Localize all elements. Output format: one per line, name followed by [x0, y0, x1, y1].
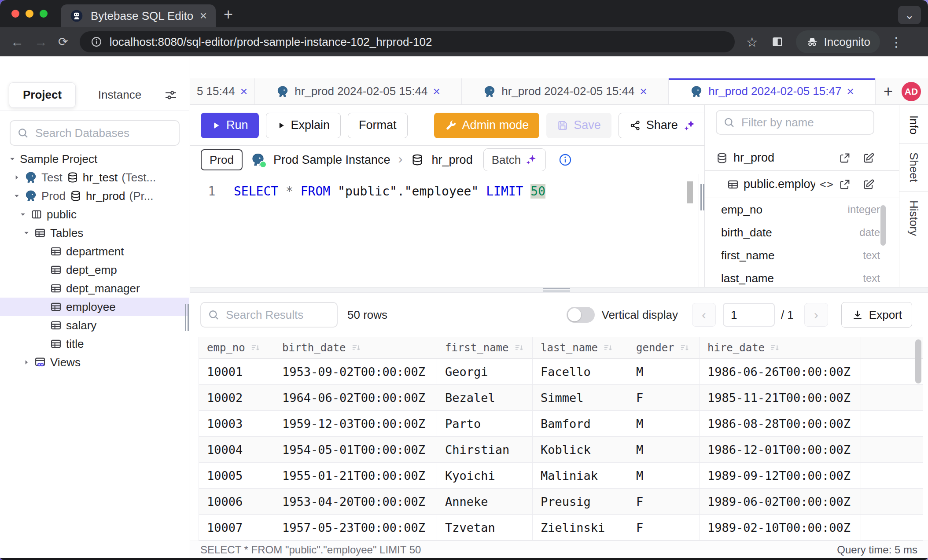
info-circle-icon[interactable] [558, 153, 572, 167]
table-cell[interactable]: 1957-05-23T00:00:00Z [274, 515, 437, 541]
sort-icon[interactable] [250, 342, 261, 354]
tree-item-hr_test[interactable]: Testhr_test(Test... [0, 168, 189, 187]
format-button[interactable]: Format [348, 113, 408, 138]
table-cell[interactable]: Preusig [533, 489, 628, 515]
editor-scrollbar[interactable] [687, 181, 693, 203]
database-name[interactable]: hr_prod [432, 153, 473, 167]
site-info-icon[interactable] [90, 36, 103, 48]
filter-settings-icon[interactable] [164, 88, 178, 102]
table-cell[interactable]: Simmel [533, 385, 628, 411]
zoom-window-button[interactable] [40, 10, 48, 18]
tab-instance[interactable]: Instance [76, 88, 164, 102]
sort-icon[interactable] [350, 342, 362, 354]
database-search[interactable] [10, 120, 180, 146]
filter-field[interactable] [716, 110, 874, 135]
explain-button[interactable]: Explain [266, 113, 341, 138]
table-cell[interactable]: 1986-12-01T00:00:00Z [700, 437, 861, 463]
table-cell[interactable]: Zielinski [533, 515, 628, 541]
table-cell[interactable]: 1964-06-02T00:00:00Z [274, 385, 437, 411]
save-button[interactable]: Save [546, 113, 611, 138]
table-cell[interactable]: Parto [437, 411, 533, 437]
panel-resize-handle[interactable] [700, 184, 704, 210]
avatar[interactable]: AD [902, 82, 921, 101]
table-cell[interactable]: 10005 [199, 463, 274, 489]
new-browser-tab-button[interactable]: + [224, 5, 233, 24]
column-row-first_name[interactable]: first_nametext [705, 244, 899, 267]
caret-right-icon[interactable] [23, 359, 30, 366]
side-panel-icon[interactable] [770, 35, 784, 49]
table-cell[interactable]: F [628, 489, 700, 515]
ai-sparkle-icon[interactable] [683, 119, 696, 132]
caret-down-icon[interactable] [23, 229, 30, 236]
header-cell-first_name[interactable]: first_name [437, 337, 533, 359]
table-cell[interactable]: 1953-09-02T00:00:00Z [274, 359, 437, 385]
tab-search-chevron-button[interactable]: ⌄ [898, 6, 921, 24]
table-cell[interactable]: 1985-11-21T00:00:00Z [700, 385, 861, 411]
external-link-icon[interactable] [839, 152, 851, 164]
instance-name[interactable]: Prod Sample Instance [273, 153, 390, 167]
splitter-drag-handle[interactable] [543, 288, 570, 292]
table-cell[interactable]: M [628, 359, 700, 385]
table-cell[interactable]: Bezalel [437, 385, 533, 411]
table-cell[interactable]: 1989-06-02T00:00:00Z [700, 489, 861, 515]
code-icon[interactable]: <> [820, 178, 834, 191]
sort-icon[interactable] [769, 342, 781, 354]
rail-tab-info[interactable]: Info [907, 112, 921, 138]
table-cell[interactable]: Georgi [437, 359, 533, 385]
close-icon[interactable]: × [240, 85, 247, 99]
sort-icon[interactable] [679, 342, 690, 354]
run-button[interactable]: Run [201, 113, 259, 138]
tree-item-Sample Project[interactable]: Sample Project [0, 150, 189, 168]
caret-down-icon[interactable] [9, 155, 16, 162]
table-cell[interactable]: 10006 [199, 489, 274, 515]
table-cell[interactable]: 10001 [199, 359, 274, 385]
batch-button[interactable]: Batch [483, 148, 546, 171]
table-cell[interactable]: 1959-12-03T00:00:00Z [274, 411, 437, 437]
panel-database-row[interactable]: hr_prod [705, 145, 899, 171]
tab-project[interactable]: Project [9, 82, 76, 108]
new-sheet-tab-button[interactable]: + [884, 82, 893, 101]
header-cell-hire_date[interactable]: hire_date [700, 337, 861, 359]
forward-icon[interactable]: → [34, 34, 48, 49]
sort-icon[interactable] [602, 342, 614, 354]
table-cell[interactable]: 1989-09-12T00:00:00Z [700, 463, 861, 489]
table-cell[interactable]: 1986-08-28T00:00:00Z [700, 411, 861, 437]
table-cell[interactable]: 1989-02-10T00:00:00Z [700, 515, 861, 541]
table-cell[interactable]: Facello [533, 359, 628, 385]
close-icon[interactable]: × [847, 85, 854, 99]
caret-down-icon[interactable] [13, 192, 20, 199]
filter-by-name-input[interactable] [740, 115, 867, 130]
table-cell[interactable]: 1953-04-20T00:00:00Z [274, 489, 437, 515]
results-table-scrollbar[interactable] [915, 339, 921, 383]
sheet-tab-1[interactable]: hr_prod 2024-02-05 15:44× [255, 78, 462, 104]
table-cell[interactable]: 10007 [199, 515, 274, 541]
table-cell[interactable]: F [628, 515, 700, 541]
column-list-scrollbar[interactable] [880, 205, 886, 246]
browser-tab-close-icon[interactable]: × [200, 10, 207, 22]
table-cell[interactable]: 1955-01-21T00:00:00Z [274, 463, 437, 489]
tree-item-department[interactable]: department [0, 242, 189, 261]
table-cell[interactable]: Chirstian [437, 437, 533, 463]
search-results-input[interactable] [225, 308, 331, 322]
column-row-birth_date[interactable]: birth_datedate [705, 221, 899, 244]
column-row-emp_no[interactable]: emp_nointeger [705, 198, 899, 221]
table-cell[interactable]: Maliniak [533, 463, 628, 489]
page-number-input[interactable] [723, 303, 775, 327]
caret-right-icon[interactable] [13, 174, 20, 181]
edit-icon[interactable] [862, 178, 875, 191]
column-row-last_name[interactable]: last_nametext [705, 267, 899, 287]
reload-icon[interactable]: ⟳ [58, 35, 68, 49]
admin-mode-button[interactable]: Admin mode [434, 113, 540, 138]
table-cell[interactable]: 10004 [199, 437, 274, 463]
tree-item-salary[interactable]: salary [0, 316, 189, 335]
tree-item-hr_prod[interactable]: Prodhr_prod(Pr... [0, 187, 189, 205]
header-cell-birth_date[interactable]: birth_date [274, 337, 437, 359]
tree-item-Tables[interactable]: Tables [0, 224, 189, 242]
edit-icon[interactable] [862, 152, 875, 164]
table-cell[interactable]: 1986-06-26T00:00:00Z [700, 359, 861, 385]
browser-tab[interactable]: Bytebase SQL Editor × [61, 4, 216, 27]
tree-item-title[interactable]: title [0, 335, 189, 353]
sheet-tab-2[interactable]: hr_prod 2024-02-05 15:44× [462, 78, 669, 104]
table-cell[interactable]: 10002 [199, 385, 274, 411]
share-button[interactable]: Share [619, 113, 707, 138]
